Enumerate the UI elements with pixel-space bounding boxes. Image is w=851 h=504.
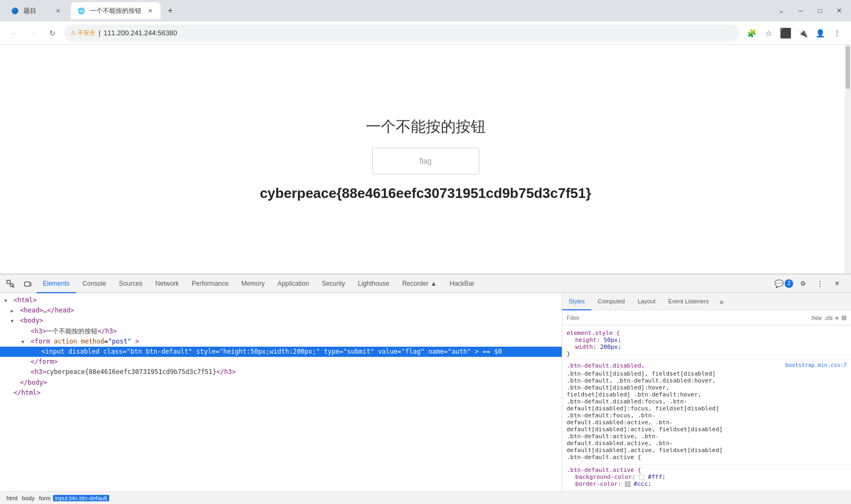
style-block-element: element.style { height: 50px; width: 200… [562,327,851,360]
dom-line-html-close[interactable]: </html> [0,388,562,398]
browser-window: 🔵 题目 ✕ 🌐 一个不能按的按钮 ✕ + ⌄ ─ □ ✕ ← → ↻ ⚠ 不安… [0,0,851,504]
extensions-icon[interactable]: 🧩 [744,26,759,41]
dom-line-body-close[interactable]: </body> [0,378,562,388]
styles-content: element.style { height: 50px; width: 200… [562,325,851,491]
styles-add-rule[interactable]: + [835,314,839,322]
tab-sources[interactable]: Sources [112,274,149,293]
bookmark-icon[interactable]: ☆ [761,26,776,41]
page-title: 一个不能按的按钮 [366,117,486,137]
address-url: 111.200.241.244:56380 [103,29,177,37]
color-swatch-white [639,475,644,480]
tab-2-close[interactable]: ✕ [146,6,154,15]
dom-line-head[interactable]: ▶ <head>…</head> [0,306,562,316]
tab-memory[interactable]: Memory [235,274,271,293]
styles-tab-event-listeners[interactable]: Event Listeners [662,293,716,310]
back-button[interactable]: ← [6,26,21,41]
flag-button [372,148,479,174]
settings-icon[interactable]: ⚙ [795,276,810,291]
styles-filter-bar: :hov .cls + ⊞ [562,310,851,325]
minimize-button[interactable]: ─ [793,3,808,18]
content-area: 一个不能按的按钮 cyberpeace{88e4616eefc30731951c… [0,45,851,504]
styles-layout-icon[interactable]: ⊞ [841,314,847,322]
tab-2-favicon: 🌐 [77,6,86,15]
styles-cls-toggle[interactable]: .cls [824,315,833,321]
dropdown-icon[interactable]: ⌄ [774,3,789,18]
dom-panel: ▼ <html> ▶ <head>…</head> ▼ <body> <h3>一… [0,293,562,491]
style-selector-full: .btn-default[disabled], fieldset[disable… [567,369,847,462]
close-button[interactable]: ✕ [832,3,847,18]
tab-performance[interactable]: Performance [185,274,235,293]
style-prop-bg-color[interactable]: background-color: #fff; [567,474,847,480]
breadcrumb-form[interactable]: form [37,495,53,501]
tab-recorder[interactable]: Recorder ▲ [396,274,443,293]
tab-application[interactable]: Application [271,274,315,293]
style-close-brace: } [567,350,847,357]
scrollbar[interactable] [845,45,851,273]
styles-filter-input[interactable] [567,315,809,321]
expand-html[interactable]: ▼ [4,297,10,304]
console-badge: 2 [785,279,793,288]
address-input[interactable]: ⚠ 不安全 | 111.200.241.244:56380 [64,25,740,42]
inspect-element-icon[interactable] [2,274,19,293]
color-swatch-ccc [625,482,630,487]
dom-line-h3[interactable]: <h3>一个不能按的按钮</h3> [0,326,562,337]
dom-line-form-close[interactable]: </form> [0,357,562,367]
page-content: 一个不能按的按钮 cyberpeace{88e4616eefc30731951c… [0,45,851,274]
refresh-button[interactable]: ↻ [45,26,60,41]
style-selector-btn-active: .btn-default.active { [567,467,847,474]
svg-rect-0 [7,280,10,284]
forward-button[interactable]: → [26,26,41,41]
warning-icon: ⚠ [71,29,76,36]
style-prop-height[interactable]: height: 50px; [567,337,847,343]
breadcrumb-body[interactable]: body [20,495,37,501]
device-toggle-icon[interactable] [19,274,36,293]
tab-security[interactable]: Security [315,274,351,293]
tab-hackbar[interactable]: HackBar [443,274,481,293]
screen-capture-icon[interactable]: ⬛ [778,26,793,41]
style-selector-bootstrap: .btn-default.disabled, bootstrap.min.css… [567,362,847,369]
scrollbar-thumb[interactable] [846,46,850,89]
menu-icon[interactable]: ⋮ [830,26,845,41]
style-block-bootstrap: .btn-default.disabled, bootstrap.min.css… [562,360,851,464]
security-warning: ⚠ 不安全 [71,29,95,37]
styles-pseudo-toggle[interactable]: :hov [811,315,822,321]
dom-line-form[interactable]: ▼ <form action method="post" > [0,337,562,347]
breadcrumb-input[interactable]: input.btn.btn-default [53,495,109,501]
tab-console[interactable]: Console [76,274,112,293]
chat-icon: 💬 [774,279,784,288]
dom-line-h3-flag[interactable]: <h3>cyberpeace{88e4616eefc30731951cd9b75… [0,367,562,377]
dom-line-body[interactable]: ▼ <body> [0,316,562,326]
flag-text: cyberpeace{88e4616eefc30731951cd9b75d3c7… [260,185,591,202]
style-prop-border-color[interactable]: border-color: #ccc; [567,480,847,487]
tab-elements[interactable]: Elements [36,274,76,293]
new-tab-button[interactable]: + [163,3,178,18]
expand-form[interactable]: ▼ [21,338,27,346]
toolbar-icons: 🧩 ☆ ⬛ 🔌 👤 ⋮ [744,26,845,41]
dom-line-html[interactable]: ▼ <html> [0,295,562,306]
styles-tabs: Styles Computed Layout Event Listeners » [562,293,851,310]
tab-2-title: 一个不能按的按钮 [90,6,141,16]
style-prop-width[interactable]: width: 200px; [567,343,847,350]
tab-1-close[interactable]: ✕ [54,6,62,15]
devtools-tabs: Elements Console Sources Network Perform… [36,274,774,292]
devtools-more-icon[interactable]: ⋮ [812,276,827,291]
tab-network[interactable]: Network [149,274,185,293]
tab-1[interactable]: 🔵 题目 ✕ [4,2,69,19]
svg-rect-4 [30,283,32,286]
devtools-close-icon[interactable]: ✕ [830,276,845,291]
breadcrumb-html[interactable]: html [4,495,20,501]
maximize-button[interactable]: □ [812,3,827,18]
puzzle-icon[interactable]: 🔌 [795,26,810,41]
styles-tab-layout[interactable]: Layout [631,293,662,310]
tab-2[interactable]: 🌐 一个不能按的按钮 ✕ [71,2,161,19]
window-controls: ⌄ ─ □ ✕ [774,3,847,18]
tab-lighthouse[interactable]: Lighthouse [351,274,396,293]
styles-tabs-more[interactable]: » [716,293,728,310]
styles-tab-styles[interactable]: Styles [562,293,591,310]
styles-tab-computed[interactable]: Computed [591,293,631,310]
dom-line-input[interactable]: <input disabled class="btn btn-default" … [0,347,562,357]
profile-icon[interactable]: 👤 [812,26,827,41]
expand-head[interactable]: ▶ [11,307,16,315]
style-block-btn-active: .btn-default.active { background-color: … [562,464,851,490]
expand-body[interactable]: ▼ [11,317,16,325]
